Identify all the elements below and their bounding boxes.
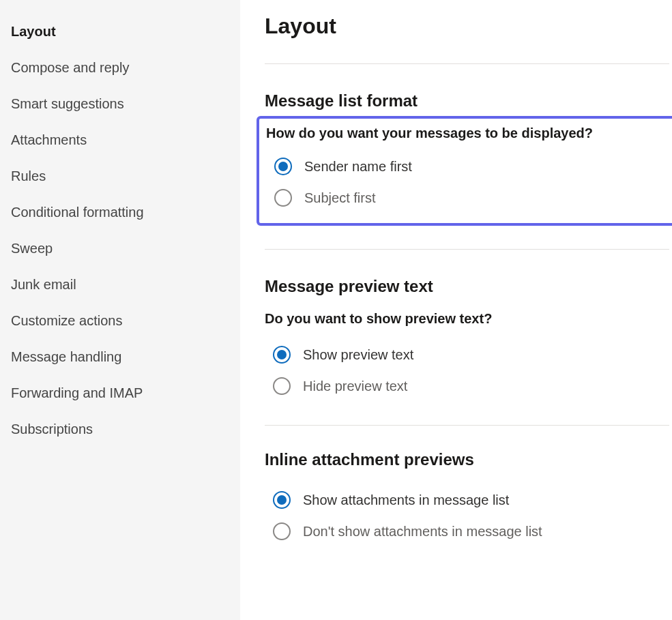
section-message-preview-text: Message preview text Do you want to show… [265,250,669,425]
sidebar-item-conditional-formatting[interactable]: Conditional formatting [0,194,240,231]
sidebar-item-smart-suggestions[interactable]: Smart suggestions [0,86,240,122]
radio-icon [274,158,292,175]
radio-label: Show preview text [303,347,413,363]
sidebar-item-attachments[interactable]: Attachments [0,122,240,158]
radio-icon [273,377,291,395]
radio-hide-preview-text[interactable]: Hide preview text [265,370,669,402]
radio-icon [273,491,291,509]
sidebar-item-label: Message handling [11,349,121,364]
section-inline-attachment-previews: Inline attachment previews Show attachme… [265,426,669,554]
section-title: Message list format [265,91,669,110]
radio-show-attachments[interactable]: Show attachments in message list [265,484,669,516]
sidebar-item-customize-actions[interactable]: Customize actions [0,303,240,339]
section-title: Inline attachment previews [265,450,669,469]
sidebar-item-label: Smart suggestions [11,96,124,111]
radio-label: Subject first [304,190,375,206]
radio-sender-name-first[interactable]: Sender name first [265,151,669,182]
sidebar-item-layout[interactable]: Layout [0,14,240,50]
page-title: Layout [265,14,669,39]
sidebar-item-label: Forwarding and IMAP [11,385,143,400]
sidebar-item-label: Compose and reply [11,60,129,75]
radio-show-preview-text[interactable]: Show preview text [265,339,669,370]
sidebar-item-label: Subscriptions [11,422,93,437]
sidebar-item-label: Junk email [11,277,76,292]
radio-label: Sender name first [304,159,412,175]
sidebar-item-label: Customize actions [11,313,122,328]
radio-hide-attachments[interactable]: Don't show attachments in message list [265,516,669,547]
sidebar-item-junk-email[interactable]: Junk email [0,267,240,303]
sidebar-item-label: Layout [11,24,56,39]
radio-icon [273,522,291,540]
radio-icon [273,346,291,364]
section-message-list-format: Message list format How do you want your… [265,64,669,249]
sidebar-item-label: Rules [11,168,46,183]
radio-label: Show attachments in message list [303,492,509,508]
radio-subject-first[interactable]: Subject first [265,182,669,213]
radio-label: Don't show attachments in message list [303,524,542,540]
sidebar-item-sweep[interactable]: Sweep [0,231,240,267]
radio-label: Hide preview text [303,379,407,394]
setting-question: How do you want your messages to be disp… [265,126,669,141]
sidebar-item-label: Conditional formatting [11,205,144,220]
settings-main: Layout Message list format How do you wa… [240,0,672,620]
radio-icon [274,189,292,207]
section-title: Message preview text [265,277,669,296]
sidebar-item-label: Sweep [11,241,53,256]
sidebar-item-forwarding-imap[interactable]: Forwarding and IMAP [0,375,240,411]
sidebar-item-message-handling[interactable]: Message handling [0,339,240,375]
settings-sidebar: Layout Compose and reply Smart suggestio… [0,0,240,620]
sidebar-item-subscriptions[interactable]: Subscriptions [0,411,240,447]
sidebar-item-compose-reply[interactable]: Compose and reply [0,50,240,86]
highlighted-setting-box: How do you want your messages to be disp… [257,116,672,226]
sidebar-item-label: Attachments [11,132,87,147]
sidebar-item-rules[interactable]: Rules [0,158,240,194]
setting-question: Do you want to show preview text? [265,311,669,327]
